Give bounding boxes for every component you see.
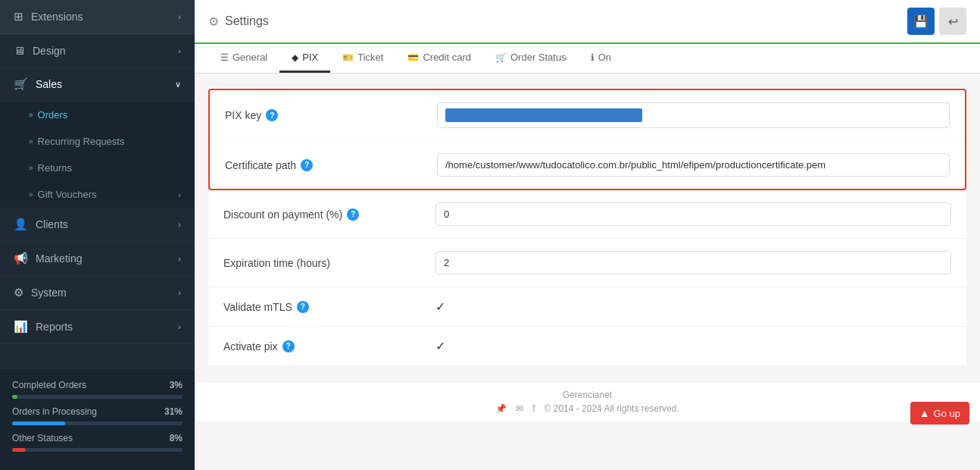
sidebar-item-gift-vouchers[interactable]: » Gift Vouchers › xyxy=(0,181,195,208)
stat-processing-bar xyxy=(12,421,65,425)
ticket-icon: 🎫 xyxy=(342,52,354,63)
activate-pix-help[interactable]: ? xyxy=(282,340,295,352)
sidebar-label-clients: Clients xyxy=(36,218,68,230)
footer-copyright: © 2014 - 2024 All rights reserved. xyxy=(545,403,679,414)
stat-processing-pct: 31% xyxy=(164,406,183,417)
tab-pix-label: PIX xyxy=(302,52,318,63)
content-area: PIX key ? Certificate path ? xyxy=(195,74,980,470)
discount-help[interactable]: ? xyxy=(347,208,359,221)
stat-other-bar xyxy=(12,448,26,452)
tab-on-label: On xyxy=(598,52,611,63)
tab-order-status-label: Order Status xyxy=(510,52,566,63)
discount-label: Discount on payment (%) ? xyxy=(223,208,435,221)
sidebar-item-marketing[interactable]: 📢 Marketing › xyxy=(0,242,195,276)
certificate-path-row: Certificate path ? xyxy=(210,141,965,189)
stat-other-label: Other Statuses xyxy=(12,433,73,443)
orders-label: Orders xyxy=(38,109,68,121)
gift-vouchers-label: Gift Vouchers xyxy=(38,189,97,200)
sidebar-item-system[interactable]: ⚙ System › xyxy=(0,276,195,310)
chevron-icon: › xyxy=(178,46,181,55)
stat-completed-bar xyxy=(12,395,17,399)
discount-input[interactable] xyxy=(435,202,951,226)
footer: Gerencianet 📌 ✉ f © 2014 - 2024 All righ… xyxy=(195,381,980,421)
marketing-icon: 📢 xyxy=(14,252,28,265)
mtls-help[interactable]: ? xyxy=(297,301,309,313)
expiration-row: Expiration time (hours) xyxy=(208,239,966,287)
activate-pix-checkbox[interactable]: ✓ xyxy=(435,339,445,353)
footer-mail-icon: ✉ xyxy=(516,403,523,414)
topbar: ⚙ Settings 💾 ↩ xyxy=(195,0,980,44)
pix-key-input-wrapper xyxy=(437,102,950,128)
sidebar-label-reports: Reports xyxy=(36,321,73,333)
page-title: ⚙ Settings xyxy=(208,14,269,29)
stat-other-pct: 8% xyxy=(170,433,183,443)
sidebar-item-clients[interactable]: 👤 Clients › xyxy=(0,208,195,242)
arrow-icon: » xyxy=(29,190,33,199)
expiration-input[interactable] xyxy=(435,251,951,274)
chevron-icon: › xyxy=(178,322,181,331)
tab-on[interactable]: ℹ On xyxy=(579,44,623,73)
credit-card-icon: 💳 xyxy=(407,52,419,63)
pix-key-label: PIX key ? xyxy=(225,109,437,121)
design-icon: 🖥 xyxy=(14,44,25,57)
pix-icon: ◆ xyxy=(292,52,298,63)
stat-other-bar-bg xyxy=(12,448,183,452)
cert-path-help[interactable]: ? xyxy=(301,159,313,171)
chevron-icon: › xyxy=(178,254,181,263)
stat-processing-bar-bg xyxy=(12,421,183,425)
tab-ticket[interactable]: 🎫 Ticket xyxy=(330,44,395,73)
sidebar-item-returns[interactable]: » Returns xyxy=(0,155,195,181)
tab-pix[interactable]: ◆ PIX xyxy=(279,44,330,73)
tab-general-label: General xyxy=(233,52,267,63)
checkmark-icon: ✓ xyxy=(435,299,445,314)
go-up-label: Go up xyxy=(934,408,960,419)
sidebar-item-design[interactable]: 🖥 Design › xyxy=(0,34,195,67)
settings-tabs: ☰ General ◆ PIX 🎫 Ticket 💳 Credit card 🛒… xyxy=(195,44,980,74)
activate-pix-row: Activate pix ? ✓ xyxy=(208,327,966,366)
arrow-icon: » xyxy=(29,111,33,119)
extensions-icon: ⊞ xyxy=(14,10,23,24)
validate-mtls-label: Validate mTLS ? xyxy=(223,301,435,313)
sidebar-item-orders[interactable]: » Orders xyxy=(0,102,195,128)
tab-ticket-label: Ticket xyxy=(357,52,383,63)
stat-completed-orders: Completed Orders 3% xyxy=(12,380,183,390)
sidebar-item-extensions[interactable]: ⊞ Extensions › xyxy=(0,0,195,34)
arrow-icon: » xyxy=(29,137,33,146)
certificate-path-input[interactable] xyxy=(437,153,950,177)
general-icon: ☰ xyxy=(220,52,229,63)
sidebar-item-recurring[interactable]: » Recurring Requests xyxy=(0,128,195,155)
info-icon: ℹ xyxy=(591,52,595,63)
sidebar-label-system: System xyxy=(31,287,67,299)
arrow-icon: » xyxy=(29,164,33,172)
validate-mtls-row: Validate mTLS ? ✓ xyxy=(208,287,966,327)
footer-links: 📌 ✉ f © 2014 - 2024 All rights reserved. xyxy=(495,403,679,414)
stat-completed-bar-bg xyxy=(12,395,183,399)
footer-brand: Gerencianet xyxy=(563,390,612,400)
tab-credit-card-label: Credit card xyxy=(423,52,471,63)
settings-icon: ⚙ xyxy=(208,14,219,29)
save-button[interactable]: 💾 xyxy=(907,8,935,35)
pix-key-help[interactable]: ? xyxy=(266,109,278,121)
sidebar-item-sales[interactable]: 🛒 Sales ∨ xyxy=(0,67,195,102)
discount-row: Discount on payment (%) ? xyxy=(208,190,966,239)
activate-pix-label: Activate pix ? xyxy=(223,340,435,352)
chevron-icon: › xyxy=(178,12,181,21)
undo-button[interactable]: ↩ xyxy=(939,8,966,35)
page-title-text: Settings xyxy=(225,14,269,28)
sidebar-label-extensions: Extensions xyxy=(31,11,83,23)
sidebar-item-reports[interactable]: 📊 Reports › xyxy=(0,310,195,344)
pix-key-blur xyxy=(445,108,642,122)
system-icon: ⚙ xyxy=(14,286,23,299)
go-up-button[interactable]: ▲ Go up xyxy=(910,402,969,425)
reports-icon: 📊 xyxy=(14,320,28,334)
chevron-down-icon: ∨ xyxy=(175,80,181,89)
tab-order-status[interactable]: 🛒 Order Status xyxy=(483,44,579,73)
tab-general[interactable]: ☰ General xyxy=(208,44,279,73)
main-panel: ⚙ Settings 💾 ↩ ☰ General ◆ PIX 🎫 Ticket … xyxy=(195,0,980,470)
topbar-actions: 💾 ↩ xyxy=(907,8,966,35)
clients-icon: 👤 xyxy=(14,218,28,231)
certificate-path-label: Certificate path ? xyxy=(225,159,437,171)
tab-credit-card[interactable]: 💳 Credit card xyxy=(395,44,483,73)
footer-pin-icon: 📌 xyxy=(495,403,507,414)
validate-mtls-checkbox[interactable]: ✓ xyxy=(435,299,445,314)
